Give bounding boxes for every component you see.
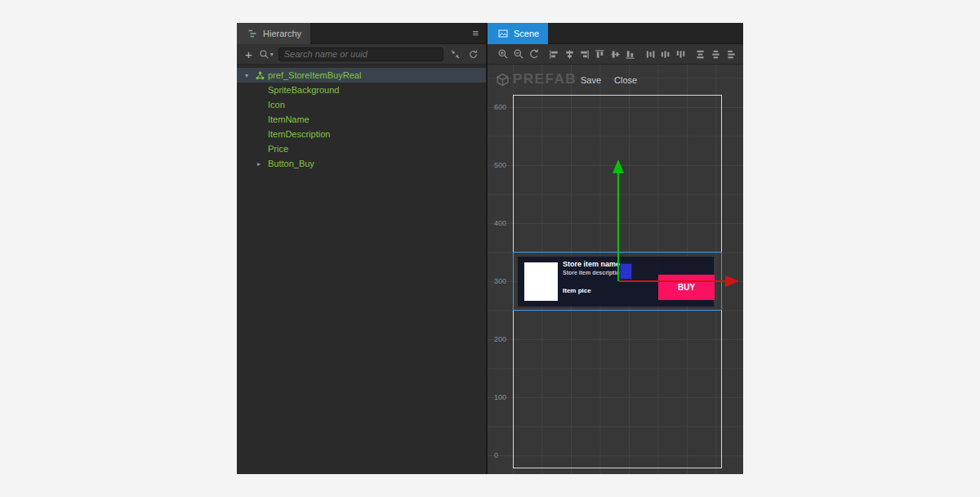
buy-button[interactable]: BUY xyxy=(658,275,715,300)
scene-panel: Scene xyxy=(488,23,743,474)
search-filter-caret-icon: ▾ xyxy=(270,51,274,58)
tree-item-button-buy[interactable]: ▸ Button_Buy xyxy=(237,156,486,171)
prefab-mode-title: PREFAB xyxy=(513,71,577,87)
tree-item-label: pref_StoreItemBuyReal xyxy=(268,70,361,80)
expand-arrow-icon[interactable]: ▾ xyxy=(245,72,256,79)
tree-item-label: Button_Buy xyxy=(268,159,314,168)
tree-item-itemname[interactable]: ItemName xyxy=(237,112,486,127)
tree-item-spritebackground[interactable]: SpriteBackground xyxy=(237,83,486,97)
store-item-description-text[interactable]: Store item description xyxy=(563,270,623,275)
align-top-icon[interactable] xyxy=(595,48,606,60)
scene-image-icon xyxy=(497,27,510,40)
ruler-label: 500 xyxy=(494,161,506,169)
tree-item-price[interactable]: Price xyxy=(237,141,486,156)
ruler-label: 600 xyxy=(494,103,506,111)
collapse-arrow-icon[interactable]: ▸ xyxy=(257,160,268,168)
editor-window: Hierarchy ≡ + ▾ xyxy=(237,23,743,474)
tree-item-label: SpriteBackground xyxy=(268,85,339,95)
create-node-button[interactable]: + xyxy=(243,48,254,60)
ruler-label: 200 xyxy=(494,335,506,343)
hierarchy-toolbar: + ▾ xyxy=(237,44,486,65)
tree-item-icon[interactable]: Icon xyxy=(237,97,486,112)
distribute-vertical-center-icon[interactable] xyxy=(710,48,722,60)
prefab-cube-icon xyxy=(496,73,510,90)
align-horizontal-center-icon[interactable] xyxy=(564,48,576,60)
hierarchy-tree-icon xyxy=(246,27,259,40)
prefab-save-button[interactable]: Save xyxy=(581,75,601,85)
distribute-left-icon[interactable] xyxy=(644,48,656,60)
tab-scene[interactable]: Scene xyxy=(488,23,548,44)
prefab-icon xyxy=(256,71,268,80)
tree-item-prefab-root[interactable]: ▾ pref_StoreItemBuyReal xyxy=(237,68,486,83)
refresh-icon[interactable] xyxy=(466,47,479,60)
gizmo-y-axis-arrowhead-icon[interactable] xyxy=(612,159,624,173)
align-bottom-icon[interactable] xyxy=(625,48,636,60)
store-item-name-text[interactable]: Store item name xyxy=(563,260,620,268)
ruler-label: 300 xyxy=(494,277,506,285)
panel-menu-icon[interactable]: ≡ xyxy=(472,27,479,39)
hierarchy-panel: Hierarchy ≡ + ▾ xyxy=(237,23,486,474)
zoom-in-icon[interactable] xyxy=(497,48,509,60)
tree-item-label: Icon xyxy=(268,100,285,110)
tree-item-label: Price xyxy=(268,144,288,154)
zoom-reset-icon[interactable] xyxy=(528,48,540,60)
scene-panel-header: Scene xyxy=(488,23,743,44)
scene-toolbar xyxy=(488,44,743,65)
distribute-right-icon[interactable] xyxy=(675,48,687,60)
store-item-price-text[interactable]: Item pice xyxy=(563,287,591,294)
tree-item-label: ItemDescription xyxy=(268,129,330,139)
align-left-icon[interactable] xyxy=(549,48,560,60)
align-right-icon[interactable] xyxy=(579,48,590,60)
hierarchy-panel-header: Hierarchy ≡ xyxy=(237,23,486,44)
tab-hierarchy-label: Hierarchy xyxy=(263,29,301,38)
distribute-horizontal-center-icon[interactable] xyxy=(660,48,671,60)
desktop-background: Hierarchy ≡ + ▾ xyxy=(0,0,980,497)
tab-hierarchy[interactable]: Hierarchy xyxy=(237,23,310,44)
gizmo-y-axis-handle[interactable] xyxy=(617,173,619,281)
hierarchy-tree: ▾ pref_StoreItemBuyReal SpriteBackground… xyxy=(237,65,486,474)
gizmo-x-axis-arrowhead-icon[interactable] xyxy=(725,275,739,287)
ruler-label: 100 xyxy=(494,393,506,401)
tree-item-label: ItemName xyxy=(268,114,310,124)
store-item-icon-sprite[interactable] xyxy=(524,262,558,301)
tree-item-itemdescription[interactable]: ItemDescription xyxy=(237,127,486,141)
ruler-label: 0 xyxy=(494,451,498,459)
search-box[interactable] xyxy=(278,47,443,61)
align-vertical-center-icon[interactable] xyxy=(609,48,621,60)
search-filter-button[interactable]: ▾ xyxy=(259,49,274,60)
prefab-close-button[interactable]: Close xyxy=(614,75,637,85)
distribute-top-icon[interactable] xyxy=(695,48,706,60)
gizmo-xy-plane-handle[interactable] xyxy=(620,263,632,280)
collapse-all-icon[interactable] xyxy=(448,47,461,60)
tab-scene-label: Scene xyxy=(514,29,539,38)
gizmo-x-axis-handle[interactable] xyxy=(619,280,725,282)
zoom-out-icon[interactable] xyxy=(513,48,524,60)
search-input[interactable] xyxy=(284,49,438,59)
ruler-label: 400 xyxy=(494,219,506,227)
distribute-bottom-icon[interactable] xyxy=(725,48,737,60)
scene-canvas[interactable]: 600 500 400 300 200 100 0 PREFAB Save Cl… xyxy=(488,65,743,474)
